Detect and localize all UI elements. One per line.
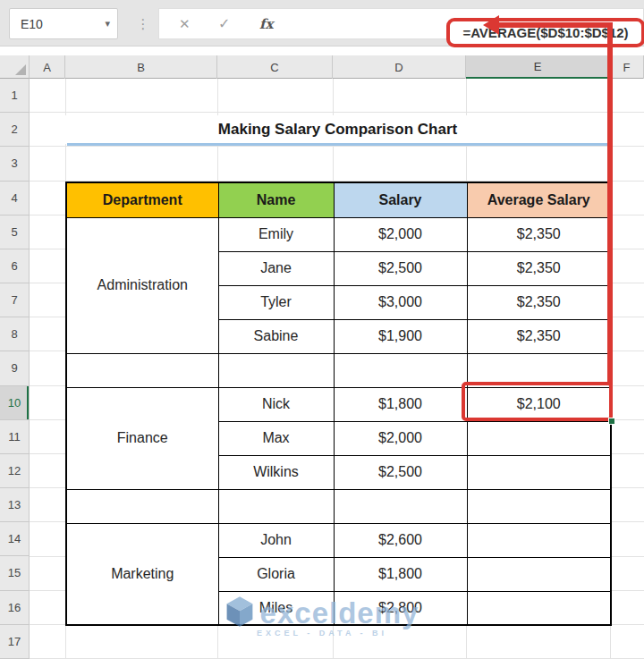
name-cell[interactable]: Max bbox=[218, 421, 334, 455]
name-cell[interactable]: Jane bbox=[218, 251, 334, 285]
row-header-16[interactable]: 16 bbox=[0, 591, 29, 625]
row-header-12[interactable]: 12 bbox=[0, 454, 29, 488]
avg-cell-e10[interactable]: $2,100 bbox=[467, 387, 611, 421]
name-cell[interactable]: Sabine bbox=[218, 319, 334, 353]
avg-cell[interactable]: $2,350 bbox=[467, 217, 611, 251]
column-headers: A B C D E F bbox=[30, 55, 644, 79]
salary-cell[interactable]: $1,900 bbox=[334, 319, 467, 353]
row-header-1[interactable]: 1 bbox=[0, 79, 29, 113]
salary-cell[interactable]: $3,000 bbox=[334, 285, 467, 319]
header-name[interactable]: Name bbox=[218, 182, 334, 217]
salary-cell[interactable]: $2,500 bbox=[334, 251, 467, 285]
toolbar-divider-icon: ⋮ bbox=[137, 8, 149, 39]
row-header-13[interactable]: 13 bbox=[0, 488, 29, 522]
avg-cell[interactable] bbox=[467, 523, 611, 557]
column-header-f[interactable]: F bbox=[610, 55, 644, 79]
salary-cell[interactable]: $2,500 bbox=[334, 455, 467, 489]
header-department[interactable]: Department bbox=[66, 182, 218, 217]
avg-cell[interactable] bbox=[467, 557, 611, 591]
header-salary[interactable]: Salary bbox=[334, 182, 467, 217]
name-cell[interactable]: Gloria bbox=[218, 557, 334, 591]
formula-bar[interactable]: ✕ ✓ fx =AVERAGE($D$10:$D$12) bbox=[158, 8, 644, 39]
dept-cell[interactable]: Finance bbox=[66, 387, 218, 489]
row-header-3[interactable]: 3 bbox=[0, 147, 29, 181]
row-header-6[interactable]: 6 bbox=[0, 249, 29, 283]
cancel-icon[interactable]: ✕ bbox=[179, 16, 191, 32]
row-header-9[interactable]: 9 bbox=[0, 351, 29, 385]
row-header-11[interactable]: 11 bbox=[0, 420, 29, 454]
column-header-a[interactable]: A bbox=[30, 55, 65, 79]
salary-cell[interactable]: $2,600 bbox=[334, 523, 467, 557]
name-cell[interactable]: Tyler bbox=[218, 285, 334, 319]
row-header-10[interactable]: 10 bbox=[0, 386, 29, 420]
dept-cell[interactable]: Administration bbox=[66, 217, 218, 353]
salary-table: Department Name Salary Average Salary Ad… bbox=[65, 182, 612, 626]
avg-cell[interactable]: $2,350 bbox=[467, 285, 611, 319]
blank-cell[interactable] bbox=[66, 489, 218, 523]
column-header-e[interactable]: E bbox=[466, 55, 610, 79]
header-average-salary[interactable]: Average Salary bbox=[467, 182, 611, 217]
table-row: Finance Nick $1,800 $2,100 bbox=[66, 387, 611, 421]
row-header-15[interactable]: 15 bbox=[0, 556, 29, 590]
blank-cell[interactable] bbox=[66, 353, 218, 387]
formula-text[interactable]: =AVERAGE($D$10:$D$12) bbox=[462, 25, 628, 40]
blank-cell[interactable] bbox=[218, 353, 334, 387]
salary-cell[interactable]: $2,000 bbox=[334, 421, 467, 455]
avg-cell[interactable] bbox=[467, 455, 611, 489]
name-cell[interactable]: Miles bbox=[218, 591, 334, 625]
blank-cell[interactable] bbox=[467, 489, 611, 523]
row-header-17[interactable]: 17 bbox=[0, 625, 29, 659]
table-row: Administration Emily $2,000 $2,350 bbox=[66, 217, 611, 251]
blank-cell[interactable] bbox=[334, 489, 467, 523]
avg-cell[interactable]: $2,350 bbox=[467, 319, 611, 353]
name-cell[interactable]: Emily bbox=[218, 217, 334, 251]
name-cell[interactable]: Nick bbox=[218, 387, 334, 421]
salary-cell[interactable]: $1,800 bbox=[334, 557, 467, 591]
enter-icon[interactable]: ✓ bbox=[218, 15, 230, 32]
name-cell[interactable]: Wilkins bbox=[218, 455, 334, 489]
column-header-c[interactable]: C bbox=[217, 55, 333, 79]
sheet-title[interactable]: Making Salary Comparison Chart bbox=[65, 115, 610, 144]
column-header-b[interactable]: B bbox=[65, 55, 217, 79]
dept-cell[interactable]: Marketing bbox=[66, 523, 218, 625]
row-header-5[interactable]: 5 bbox=[0, 215, 29, 249]
formula-highlight-box: =AVERAGE($D$10:$D$12) bbox=[446, 18, 644, 47]
excel-window: E10 ▾ ⋮ ✕ ✓ fx =AVERAGE($D$10:$D$12) A B… bbox=[0, 0, 644, 659]
column-header-d[interactable]: D bbox=[333, 55, 466, 79]
name-box[interactable]: E10 ▾ bbox=[9, 8, 118, 39]
blank-cell[interactable] bbox=[218, 489, 334, 523]
avg-cell[interactable]: $2,350 bbox=[467, 251, 611, 285]
blank-row bbox=[66, 489, 611, 523]
insert-function-icon[interactable]: fx bbox=[259, 16, 273, 32]
formula-toolbar: E10 ▾ ⋮ ✕ ✓ fx =AVERAGE($D$10:$D$12) bbox=[0, 0, 644, 46]
name-box-dropdown-icon[interactable]: ▾ bbox=[105, 18, 110, 30]
row-header-2[interactable]: 2 bbox=[0, 113, 29, 147]
select-all-triangle-icon bbox=[15, 64, 26, 75]
name-cell[interactable]: John bbox=[218, 523, 334, 557]
salary-cell[interactable]: $1,800 bbox=[334, 387, 467, 421]
row-headers: 1 2 3 4 5 6 7 8 9 10 11 12 13 14 15 16 1… bbox=[0, 79, 30, 659]
avg-cell[interactable] bbox=[467, 591, 611, 625]
name-box-value: E10 bbox=[21, 17, 105, 31]
select-all-corner[interactable] bbox=[0, 55, 30, 79]
salary-cell[interactable]: $2,000 bbox=[334, 217, 467, 251]
blank-cell[interactable] bbox=[334, 353, 467, 387]
row-header-8[interactable]: 8 bbox=[0, 317, 29, 351]
row-header-7[interactable]: 7 bbox=[0, 283, 29, 317]
avg-cell[interactable] bbox=[467, 421, 611, 455]
blank-row bbox=[66, 353, 611, 387]
row-header-14[interactable]: 14 bbox=[0, 522, 29, 556]
watermark-tagline: EXCEL - DATA - BI bbox=[257, 629, 387, 638]
blank-cell[interactable] bbox=[467, 353, 611, 387]
table-header-row: Department Name Salary Average Salary bbox=[66, 182, 611, 217]
salary-cell[interactable]: $2,800 bbox=[334, 591, 467, 625]
row-header-4[interactable]: 4 bbox=[0, 182, 29, 215]
title-underline bbox=[67, 143, 610, 146]
table-row: Marketing John $2,600 bbox=[66, 523, 611, 557]
